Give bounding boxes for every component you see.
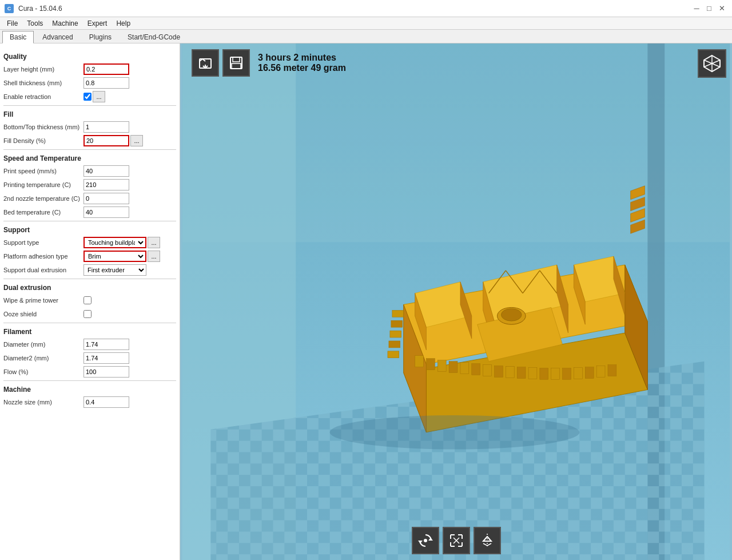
support-type-dots-button[interactable]: ... (148, 237, 160, 248)
svg-rect-41 (506, 367, 514, 378)
svg-rect-44 (540, 368, 548, 380)
field-nozzle-size: Nozzle size (mm) (3, 396, 176, 408)
svg-rect-49 (596, 366, 605, 378)
svg-rect-46 (563, 368, 571, 380)
field-fill-density: Fill Density (%) ... (3, 134, 176, 147)
input-printing-temp[interactable] (83, 179, 129, 190)
input-fill-density[interactable] (83, 135, 129, 146)
svg-rect-37 (460, 363, 469, 374)
svg-rect-59 (233, 57, 240, 62)
input-bottom-top-thickness[interactable] (83, 121, 129, 133)
tab-startend[interactable]: Start/End-GCode (120, 31, 188, 43)
tab-bar: Basic Advanced Plugins Start/End-GCode (0, 30, 732, 43)
svg-rect-52 (391, 320, 403, 327)
section-support: Support (3, 226, 176, 234)
field-bed-temp: Bed temperature (C) (3, 206, 176, 219)
svg-point-56 (330, 415, 580, 450)
section-dual-extrusion: Dual extrusion (3, 284, 176, 292)
svg-point-28 (501, 308, 522, 321)
title-bar: C Cura - 15.04.6 ─ □ ✕ (0, 0, 732, 17)
input-nozzle-size[interactable] (83, 396, 129, 408)
save-file-button[interactable] (222, 49, 250, 77)
input-diameter2[interactable] (83, 352, 129, 364)
input-flow[interactable] (83, 366, 129, 378)
field-support-dual-extrusion: Support dual extrusion First extruder Se… (3, 264, 176, 276)
field-diameter2: Diameter2 (mm) (3, 352, 176, 364)
checkbox-ooze-shield[interactable] (83, 310, 92, 318)
menu-machine[interactable]: Machine (47, 18, 82, 29)
svg-rect-54 (389, 341, 400, 348)
input-bed-temp[interactable] (83, 206, 129, 218)
svg-rect-43 (528, 368, 537, 379)
print-time: 3 hours 2 minutes (258, 53, 346, 63)
platform-adhesion-dots-button[interactable]: ... (148, 251, 160, 262)
section-fill: Fill (3, 110, 176, 118)
input-diameter[interactable] (83, 339, 129, 350)
section-speed-temp: Speed and Temperature (3, 154, 176, 162)
svg-rect-45 (551, 368, 560, 380)
menu-help[interactable]: Help (112, 18, 135, 29)
svg-rect-42 (517, 367, 526, 379)
select-support-type[interactable]: Touching buildplate Everywhere None (83, 237, 146, 248)
svg-rect-34 (426, 359, 435, 370)
svg-rect-33 (415, 356, 424, 367)
menu-bar: File Tools Machine Expert Help (0, 17, 732, 30)
print-stats: 16.56 meter 49 gram (258, 63, 346, 73)
select-support-dual-extrusion[interactable]: First extruder Second extruder (83, 264, 146, 276)
menu-tools[interactable]: Tools (22, 18, 47, 29)
section-machine: Machine (3, 386, 176, 394)
svg-rect-40 (494, 366, 503, 378)
svg-rect-36 (449, 362, 458, 373)
field-flow: Flow (%) (3, 366, 176, 378)
field-layer-height: Layer height (mm) (3, 63, 176, 76)
scale-button[interactable] (443, 527, 470, 554)
svg-rect-50 (608, 365, 616, 376)
field-print-speed: Print speed (mm/s) (3, 165, 176, 177)
menu-expert[interactable]: Expert (83, 18, 112, 29)
svg-rect-47 (574, 368, 582, 379)
tab-basic[interactable]: Basic (2, 31, 34, 43)
svg-rect-48 (585, 367, 594, 379)
field-wipe-prime: Wipe & prime tower (3, 294, 176, 307)
field-2nd-nozzle-temp: 2nd nozzle temperature (C) (3, 192, 176, 205)
input-print-speed[interactable] (83, 165, 129, 177)
model-view-button[interactable] (698, 49, 726, 78)
top-toolbar: 3 hours 2 minutes 16.56 meter 49 gram (192, 49, 346, 77)
field-ooze-shield: Ooze shield (3, 308, 176, 320)
settings-panel: Quality Layer height (mm) Shell thicknes… (0, 43, 180, 560)
retraction-dots-button[interactable]: ... (93, 91, 105, 102)
fill-density-dots-button[interactable]: ... (130, 135, 143, 146)
svg-marker-65 (418, 541, 423, 543)
field-printing-temp: Printing temperature (C) (3, 178, 176, 191)
tab-advanced[interactable]: Advanced (35, 31, 80, 43)
svg-rect-51 (392, 310, 404, 317)
svg-rect-38 (472, 364, 480, 375)
app-title: Cura - 15.04.6 (18, 5, 62, 13)
field-bottom-top-thickness: Bottom/Top thickness (mm) (3, 121, 176, 133)
checkbox-retraction[interactable] (83, 93, 92, 101)
input-layer-height[interactable] (83, 63, 129, 75)
maximize-button[interactable]: □ (703, 3, 715, 14)
close-button[interactable]: ✕ (716, 3, 727, 14)
rotate-button[interactable] (412, 527, 439, 554)
mirror-button[interactable] (474, 527, 501, 554)
field-enable-retraction: Enable retraction ... (3, 90, 176, 103)
input-shell-thickness[interactable] (83, 77, 129, 89)
field-diameter: Diameter (mm) (3, 338, 176, 351)
checkbox-wipe-prime[interactable] (83, 296, 92, 304)
section-quality: Quality (3, 53, 176, 61)
tab-plugins[interactable]: Plugins (82, 31, 119, 43)
svg-rect-35 (437, 360, 446, 372)
open-file-button[interactable] (192, 49, 219, 77)
app-icon: C (5, 4, 14, 13)
svg-rect-60 (232, 63, 241, 69)
viewport[interactable]: 3 hours 2 minutes 16.56 meter 49 gram (180, 43, 732, 560)
svg-rect-53 (390, 331, 401, 337)
field-support-type: Support type Touching buildplate Everywh… (3, 236, 176, 249)
select-platform-adhesion[interactable]: Brim Raft None (83, 251, 146, 262)
minimize-button[interactable]: ─ (691, 3, 702, 14)
svg-point-66 (424, 539, 427, 542)
field-shell-thickness: Shell thickness (mm) (3, 77, 176, 89)
menu-file[interactable]: File (2, 18, 22, 29)
input-2nd-nozzle-temp[interactable] (83, 193, 129, 204)
